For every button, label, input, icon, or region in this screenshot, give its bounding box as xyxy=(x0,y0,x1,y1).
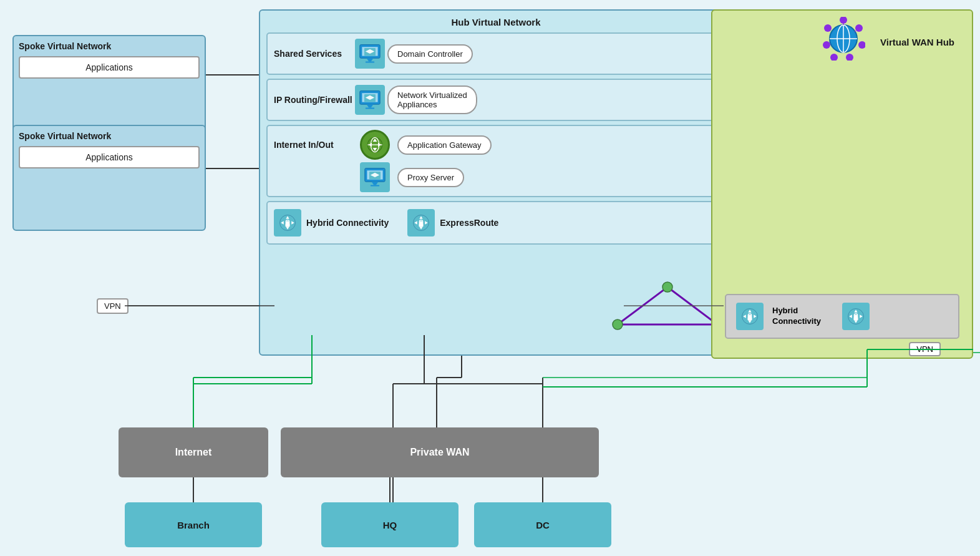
ip-routing-label: IP Routing/Firewall xyxy=(274,95,355,105)
svg-marker-38 xyxy=(372,182,379,185)
globe-wan-icon xyxy=(822,17,865,61)
svg-rect-79 xyxy=(747,317,752,320)
svg-rect-86 xyxy=(853,317,858,320)
hq-box: HQ xyxy=(321,502,458,547)
expressroute-label: ExpressRoute xyxy=(440,218,521,228)
svg-rect-55 xyxy=(419,223,424,227)
spoke-vn-2-app: Applications xyxy=(19,146,200,168)
spoke-vn-2-label: Spoke Virtual Network xyxy=(19,131,200,141)
internet-box: Internet xyxy=(119,427,268,477)
svg-point-64 xyxy=(840,17,847,24)
hub-hybrid-lock-icon xyxy=(274,209,301,237)
appgw-icon xyxy=(360,130,390,160)
branch-box: Branch xyxy=(125,502,262,547)
spoke-vn-1-app: Applications xyxy=(19,56,200,79)
private-wan-label: Private WAN xyxy=(410,447,469,458)
ip-routing-icon xyxy=(355,85,385,115)
svg-rect-39 xyxy=(371,185,379,187)
hub-row-hybrid: Hybrid Connectivity ExpressRoute xyxy=(266,201,725,245)
hub-row-internet: Internet In/Out Application Gateway xyxy=(266,125,725,197)
expressroute-lock-icon xyxy=(407,209,435,237)
virtual-wan-hub: Virtual WAN Hub xyxy=(711,9,973,359)
vwh-hybrid-label: HybridConnectivity xyxy=(772,306,821,327)
svg-rect-48 xyxy=(285,223,289,227)
svg-point-68 xyxy=(830,54,838,61)
proxy-server-icon xyxy=(360,162,390,192)
app-gateway-label: Application Gateway xyxy=(397,135,492,155)
dc-label: DC xyxy=(536,520,550,530)
svg-point-65 xyxy=(855,24,863,32)
proxy-server-label: Proxy Server xyxy=(397,168,464,187)
private-wan-box: Private WAN xyxy=(281,427,599,477)
network-virtualized-label: Network Virtualized Appliances xyxy=(387,85,477,114)
vwh-hybrid-lock-icon-2 xyxy=(842,303,870,330)
spoke-vn-1-label: Spoke Virtual Network xyxy=(19,41,200,51)
svg-marker-19 xyxy=(367,58,374,61)
dc-box: DC xyxy=(474,502,611,547)
svg-point-70 xyxy=(824,24,832,32)
internet-inout-label: Internet In/Out xyxy=(274,140,355,150)
vwh-vpn-label: VPN xyxy=(909,342,941,356)
internet-label: Internet xyxy=(175,447,212,458)
svg-point-59 xyxy=(613,319,623,329)
hub-hybrid-label: Hybrid Connectivity xyxy=(306,218,389,228)
hub-row-shared-services: Shared Services Domain Controller xyxy=(266,32,725,75)
diagram-container: Spoke Virtual Network Applications Spoke… xyxy=(0,0,980,556)
hub-vn-title: Hub Virtual Network xyxy=(266,17,725,27)
svg-rect-20 xyxy=(366,62,374,63)
virtual-wan-hub-title: Virtual WAN Hub xyxy=(871,31,963,47)
expressroute-triangle xyxy=(611,281,724,331)
domain-controller-label: Domain Controller xyxy=(387,44,473,64)
hq-label: HQ xyxy=(383,520,397,530)
svg-marker-25 xyxy=(367,104,374,107)
shared-services-icon xyxy=(355,39,385,69)
svg-marker-56 xyxy=(618,287,717,324)
svg-point-67 xyxy=(846,54,853,61)
branch-label: Branch xyxy=(177,520,210,530)
svg-rect-26 xyxy=(366,108,374,109)
shared-services-label: Shared Services xyxy=(274,49,355,59)
svg-point-57 xyxy=(662,282,672,292)
vpn-left-label: VPN xyxy=(97,298,129,314)
svg-point-69 xyxy=(823,41,830,49)
vwh-hybrid-lock-icon-1 xyxy=(736,303,764,330)
svg-point-66 xyxy=(858,41,865,49)
spoke-vn-2: Spoke Virtual Network Applications xyxy=(12,125,206,231)
hub-row-ip-routing: IP Routing/Firewall Network Virtualized … xyxy=(266,79,725,121)
